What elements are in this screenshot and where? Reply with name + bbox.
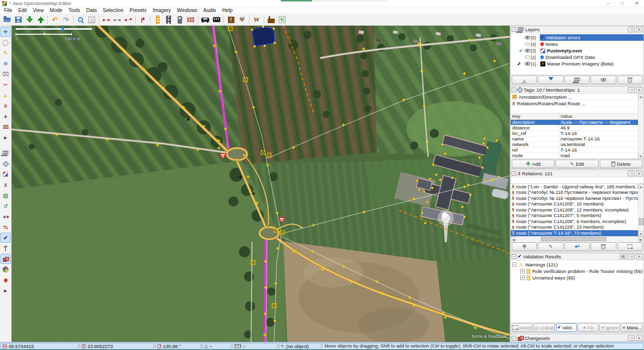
close-panel-button[interactable]: ✕	[636, 27, 642, 32]
select-relation-button[interactable]: ↩	[565, 242, 590, 251]
warning-group-row[interactable]: + Unnamed ways (65)	[512, 274, 643, 281]
maximize-button[interactable]: □	[621, 0, 624, 7]
extract-node-tool-button[interactable]: ✂	[1, 80, 11, 90]
menu-imagery[interactable]: Imagery	[149, 8, 174, 13]
tag-row[interactable]: networkua:territorial	[511, 142, 638, 148]
menu-mode[interactable]: Mode	[47, 8, 65, 13]
scroll-thumb[interactable]	[541, 237, 606, 241]
menu-audio[interactable]: Audio	[200, 8, 219, 13]
toggle-command-stack-panel[interactable]: ↺	[1, 201, 11, 211]
toggle-layers-panel[interactable]	[1, 148, 11, 158]
ignore-button[interactable]: ✦Ignore	[599, 323, 620, 332]
download-button[interactable]	[24, 15, 34, 25]
wall-tool-button[interactable]	[1, 122, 11, 132]
relation-row-selected[interactable]: Sroute ("Автошлях Т-14-16", 73 members)	[511, 230, 638, 236]
stick-panel-button[interactable]: ⊣	[628, 87, 634, 93]
scroll-up-icon[interactable]: ▲	[638, 94, 644, 99]
toggle-relations-panel[interactable]: S	[1, 180, 11, 190]
close-panel-button[interactable]: ✕	[636, 335, 642, 341]
menu-tools[interactable]: Tools	[65, 8, 83, 13]
relation-row[interactable]: Sroute ("Автошлях C141208", 6 members, i…	[511, 219, 638, 225]
merge-layer-button[interactable]	[565, 76, 590, 84]
toggle-visibility-button[interactable]	[591, 76, 616, 84]
more-panels-button[interactable]: ▶	[1, 286, 11, 296]
close-panel-button[interactable]: ✕	[636, 171, 642, 176]
tag-row[interactable]: routeroad	[511, 153, 638, 159]
warning-group-row[interactable]: + Role verification problem - Role 'hous…	[512, 268, 643, 274]
stick-panel-button[interactable]: ⊣	[628, 27, 634, 32]
menu-selection[interactable]: Selection	[100, 8, 126, 13]
collapse-expander-icon[interactable]: −	[512, 262, 517, 267]
tags-scrollbar[interactable]: ▲ ▼	[638, 94, 643, 159]
preferences-button[interactable]	[87, 15, 97, 25]
close-button[interactable]: ✕	[635, 0, 639, 7]
fix-button[interactable]: ✦Fix	[578, 323, 598, 332]
more-tools-button[interactable]: ▶	[1, 132, 11, 143]
toggle-map-styles-panel[interactable]: ▧	[1, 190, 11, 200]
waterway-preset-button[interactable]: W	[252, 15, 262, 25]
redo-button[interactable]: ↷	[61, 15, 71, 25]
toggle-notes-panel[interactable]	[1, 275, 11, 285]
relations-hscrollbar[interactable]: ◀ ▶	[511, 236, 643, 242]
toggle-conflicts-panel[interactable]: ⇆	[1, 222, 11, 232]
toggle-changesets-panel[interactable]	[1, 254, 11, 264]
split-way-tool-button[interactable]: ⋔	[1, 101, 11, 111]
collapse-icon[interactable]	[512, 254, 516, 259]
toggle-validation-panel[interactable]: ✔	[1, 233, 11, 243]
lasso-tool-button[interactable]: ◯	[1, 37, 11, 47]
stick-panel-button[interactable]: ⊣	[628, 171, 634, 176]
selected-building-polygon[interactable]	[252, 27, 275, 46]
expand-icon[interactable]: +	[520, 275, 525, 280]
relation-row[interactable]: Sroute ("Автобус № 116 Червоної Калини п…	[511, 195, 638, 201]
lookup-button[interactable]: ◎Lookup	[533, 323, 555, 332]
select-members-button[interactable]	[617, 242, 642, 251]
unglue-nodes-button[interactable]	[101, 15, 111, 25]
scroll-down-icon[interactable]: ▼	[638, 231, 644, 236]
toggle-osm-data-panel[interactable]	[1, 169, 11, 179]
relation-row[interactable]: Sroute ("Автошлях C141205", 10 members)	[511, 201, 638, 207]
layer-row-gpx[interactable]: [2] Downloaded GPX Data	[511, 54, 643, 60]
open-button[interactable]	[2, 15, 12, 25]
upload-button[interactable]	[35, 15, 45, 25]
road-preset-button[interactable]	[164, 15, 174, 25]
expand-icon[interactable]: +	[520, 269, 525, 273]
add-relation-button[interactable]: ✚	[512, 242, 537, 251]
move-node-tool-button[interactable]: +	[1, 111, 11, 121]
tag-row[interactable]: refТ-14-16	[511, 148, 638, 153]
close-panel-button[interactable]: ✕	[636, 87, 642, 93]
distribute-nodes-button[interactable]	[123, 15, 133, 25]
delete-tool-button[interactable]: ⌧	[1, 69, 11, 79]
angle-snap-tool-button[interactable]: ▲	[1, 90, 11, 100]
layer-up-button[interactable]	[512, 76, 537, 84]
menu-windows[interactable]: Windows	[174, 8, 201, 13]
collapse-icon[interactable]	[512, 171, 516, 176]
scroll-down-icon[interactable]: ▼	[638, 154, 644, 159]
warning-preset-button[interactable]: !	[226, 15, 236, 25]
preset-link-road-route[interactable]: S Relations/Routes/Road Route ...	[511, 100, 638, 107]
relation-row[interactable]: Sroute ("Автошлях C141207", 5 members)	[511, 213, 638, 219]
scroll-thumb[interactable]	[639, 218, 643, 225]
select-errors-button[interactable]: Select	[512, 323, 532, 332]
layer-row-validation-errors[interactable]: [5] ✔ Validation errors	[511, 34, 643, 41]
bus-preset-button[interactable]	[211, 15, 221, 25]
relation-row[interactable]: Sroute ("Автошлях C141206", 12 members, …	[511, 207, 638, 213]
relation-row[interactable]: Sroute ("Автобус № 116 Пустомити - Черво…	[511, 190, 638, 196]
stick-panel-button[interactable]: ⊣	[628, 254, 634, 259]
scroll-left-icon[interactable]: ◀	[511, 237, 516, 242]
layer-row-notes[interactable]: [4] Notes	[511, 41, 643, 47]
move-tool-button[interactable]: ✛	[1, 27, 11, 37]
eye-icon[interactable]	[525, 49, 530, 52]
toggle-tags-panel[interactable]	[1, 159, 11, 169]
toggle-authors-panel[interactable]: ☻☻	[1, 212, 11, 222]
minimize-button[interactable]: –	[607, 0, 610, 7]
menu-view[interactable]: View	[30, 8, 47, 13]
traffic-light-preset-button[interactable]	[175, 15, 185, 25]
validate-button[interactable]: ✔Valid...	[556, 323, 577, 332]
filter-results-button[interactable]: ▤	[620, 254, 626, 259]
toggle-filter-panel[interactable]	[1, 243, 11, 253]
restaurant-preset-button[interactable]: Ψ	[237, 15, 247, 25]
delete-relation-button[interactable]	[591, 242, 616, 251]
eye-off-icon[interactable]	[525, 55, 530, 59]
map-canvas[interactable]: 0 100.0 m Terms & Feedback	[12, 26, 510, 342]
layer-down-button[interactable]	[538, 76, 563, 84]
